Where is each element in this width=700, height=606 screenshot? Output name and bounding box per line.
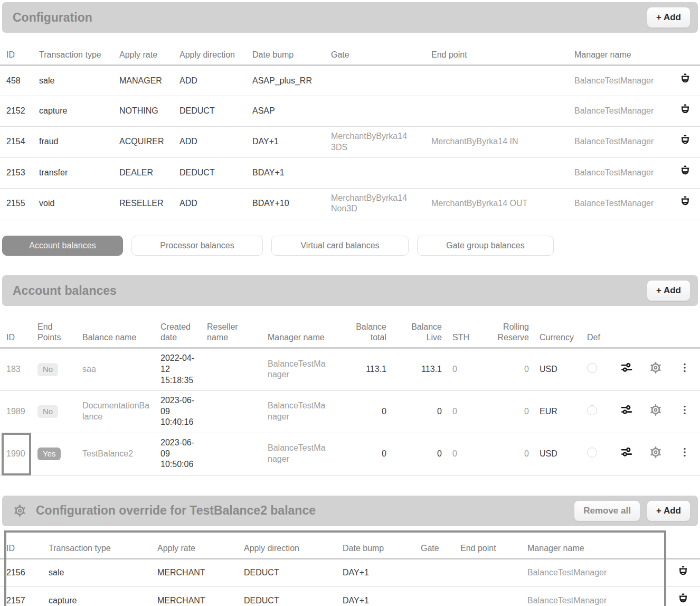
cell-apply-direction: DEDUCT <box>239 559 337 587</box>
cell-end-point: MerchantByByrka14 OUT <box>426 188 569 219</box>
cell-apply-direction: ADD <box>174 127 247 158</box>
delete-icon[interactable] <box>679 73 692 86</box>
cell-balance-live: 0 <box>392 390 447 433</box>
col-sth: STH <box>447 318 479 348</box>
default-radio[interactable] <box>587 447 597 458</box>
delete-icon[interactable] <box>679 134 692 147</box>
col-id: ID <box>0 530 43 559</box>
col-options <box>669 318 700 348</box>
cell-transaction-type: sale <box>34 66 114 96</box>
cell-gate: MerchantByByrka14 Non3D <box>326 188 426 219</box>
cell-manager-name: BalanceTestManager <box>569 96 670 127</box>
kebab-menu-icon[interactable] <box>679 404 690 416</box>
cell-gate: MerchantByByrka14 3DS <box>326 127 426 158</box>
col-manager-name: Manager name <box>569 45 670 66</box>
col-id: ID <box>0 318 32 348</box>
sliders-icon[interactable] <box>620 446 633 459</box>
cell-id: 1990 <box>0 433 32 475</box>
remove-all-button[interactable]: Remove all <box>574 500 640 521</box>
override-table: ID Transaction type Apply rate Apply dir… <box>0 530 700 606</box>
col-currency: Currency <box>534 318 582 348</box>
cell-end-point <box>426 66 569 96</box>
cell-currency: USD <box>534 433 582 475</box>
balance-tabs: Account balances Processor balances Virt… <box>2 236 700 256</box>
cell-balance-live: 113.1 <box>392 348 447 390</box>
cell-id: 2152 <box>0 96 34 127</box>
kebab-menu-icon[interactable] <box>679 361 690 374</box>
col-end-points: End Points <box>32 318 77 348</box>
delete-icon[interactable] <box>679 104 692 116</box>
cell-balance-name: DocumentationBalance <box>77 390 155 433</box>
configuration-header-bar: Configuration + Add <box>2 2 698 33</box>
override-header-bar: Configuration override for TestBalance2 … <box>2 496 698 526</box>
cell-apply-direction: DEDUCT <box>174 96 247 127</box>
col-def: Def <box>582 318 611 348</box>
cell-end-points: No <box>32 348 77 390</box>
endpoints-badge: No <box>37 405 58 418</box>
tab-virtual-card-balances[interactable]: Virtual card balances <box>271 236 409 256</box>
cell-id: 458 <box>0 66 34 96</box>
cell-rolling-reserve: 0 <box>479 433 534 475</box>
cell-date-bump: DAY+1 <box>247 127 326 158</box>
cell-balance-name: TestBalance2 <box>77 433 155 475</box>
account-balances-section: Account balances + Add ID End Points Bal… <box>0 275 700 475</box>
cell-apply-direction: DEDUCT <box>239 587 337 606</box>
kebab-menu-icon[interactable] <box>679 446 690 459</box>
cell-apply-rate: DEALER <box>114 157 174 188</box>
col-actions <box>670 45 700 66</box>
delete-icon[interactable] <box>679 195 692 208</box>
gear-icon[interactable] <box>649 361 663 375</box>
cell-reseller-name <box>202 390 262 433</box>
delete-icon[interactable] <box>677 593 689 605</box>
table-row: 2152 capture NOTHING DEDUCT ASAP Balance… <box>0 96 700 127</box>
cell-def <box>582 390 611 433</box>
cell-id: 2154 <box>0 127 34 158</box>
gear-icon[interactable] <box>649 445 663 459</box>
delete-icon[interactable] <box>677 565 689 578</box>
cell-gate <box>415 559 455 587</box>
col-end-point: End point <box>426 45 569 66</box>
cell-balance-total: 113.1 <box>331 348 392 390</box>
cell-apply-rate: NOTHING <box>114 96 174 127</box>
col-manager-name: Manager name <box>522 530 666 559</box>
override-table-header: ID Transaction type Apply rate Apply dir… <box>0 530 700 559</box>
cell-reseller-name <box>202 348 262 390</box>
delete-icon[interactable] <box>679 165 692 178</box>
tab-gate-group-balances[interactable]: Gate group balances <box>417 236 554 256</box>
sliders-icon[interactable] <box>620 404 633 416</box>
table-row: 2155 void RESELLER ADD BDAY+10 MerchantB… <box>0 188 700 219</box>
gear-icon[interactable] <box>649 403 663 417</box>
table-row: 2156 sale MERCHANT DEDUCT DAY+1 BalanceT… <box>0 559 700 587</box>
col-balance-total: Balance total <box>331 318 392 348</box>
cell-gate <box>415 587 455 606</box>
tab-processor-balances[interactable]: Processor balances <box>131 236 263 256</box>
cell-id: 1989 <box>0 390 32 433</box>
cell-currency: EUR <box>534 390 582 433</box>
cell-def <box>582 433 611 475</box>
cell-manager-name: BalanceTestManager <box>522 559 666 587</box>
sliders-icon[interactable] <box>620 361 633 374</box>
account-balances-add-button[interactable]: + Add <box>647 280 690 301</box>
col-end-point: End point <box>455 530 522 559</box>
cell-id: 2157 <box>0 587 43 606</box>
col-apply-direction: Apply direction <box>239 530 337 559</box>
cell-gate <box>326 66 426 96</box>
col-rolling-reserve: Rolling Reserve <box>479 318 534 348</box>
override-add-button[interactable]: + Add <box>647 500 690 521</box>
configuration-add-button[interactable]: + Add <box>647 7 690 28</box>
cell-sth: 0 <box>447 348 479 390</box>
default-radio[interactable] <box>587 363 597 373</box>
cell-manager-name: BalanceTestManager <box>522 587 666 606</box>
cell-date-bump: ASAP <box>247 96 326 127</box>
cell-balance-total: 0 <box>331 390 392 433</box>
account-balances-title: Account balances <box>13 284 117 298</box>
col-gate: Gate <box>326 45 426 66</box>
table-row: 2153 transfer DEALER DEDUCT BDAY+1 Balan… <box>0 157 700 188</box>
cell-date-bump: ASAP_plus_RR <box>247 66 326 96</box>
col-apply-direction: Apply direction <box>174 45 247 66</box>
tab-account-balances[interactable]: Account balances <box>2 236 123 256</box>
default-radio[interactable] <box>587 405 597 415</box>
cell-date-bump: BDAY+10 <box>247 188 326 219</box>
configuration-title: Configuration <box>13 11 92 25</box>
cell-apply-direction: ADD <box>174 188 247 219</box>
